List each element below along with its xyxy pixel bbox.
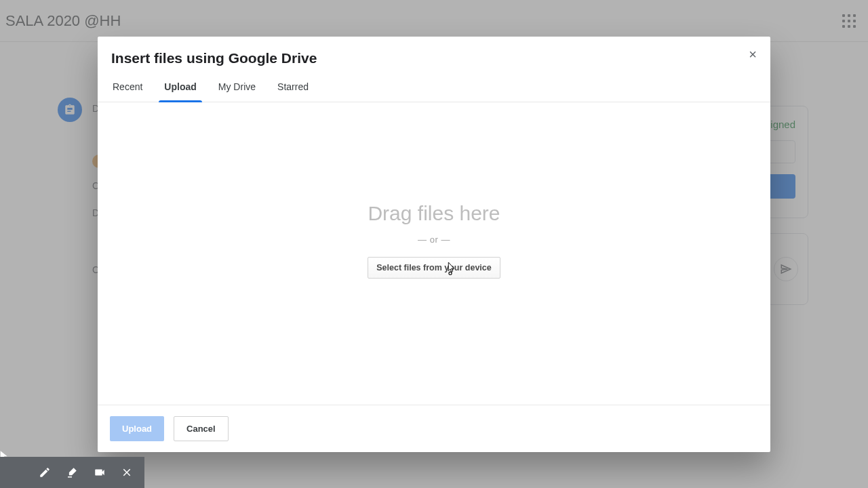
- camera-tool-icon[interactable]: [87, 460, 112, 485]
- highlighter-tool-icon[interactable]: [60, 460, 84, 485]
- pen-tool-icon[interactable]: [33, 460, 57, 485]
- modal-footer: Upload Cancel: [98, 405, 770, 452]
- or-separator: — or —: [418, 235, 450, 245]
- modal-tabs: Recent Upload My Drive Starred: [98, 72, 770, 102]
- tab-my-drive[interactable]: My Drive: [208, 72, 267, 102]
- close-icon[interactable]: ×: [745, 46, 761, 62]
- cancel-button[interactable]: Cancel: [174, 416, 229, 441]
- select-files-button[interactable]: Select files from your device: [368, 257, 500, 279]
- upload-dropzone[interactable]: Drag files here — or — Select files from…: [98, 102, 770, 405]
- recording-toolbar: [0, 457, 144, 488]
- close-toolbar-icon[interactable]: [115, 460, 139, 485]
- file-picker-modal: Insert files using Google Drive × Recent…: [98, 37, 770, 452]
- drag-files-label: Drag files here: [368, 202, 500, 225]
- modal-header: Insert files using Google Drive ×: [98, 37, 770, 72]
- modal-title: Insert files using Google Drive: [111, 50, 757, 66]
- tab-recent[interactable]: Recent: [102, 72, 153, 102]
- upload-button[interactable]: Upload: [110, 416, 164, 441]
- tab-upload[interactable]: Upload: [153, 72, 207, 102]
- tab-starred[interactable]: Starred: [267, 72, 319, 102]
